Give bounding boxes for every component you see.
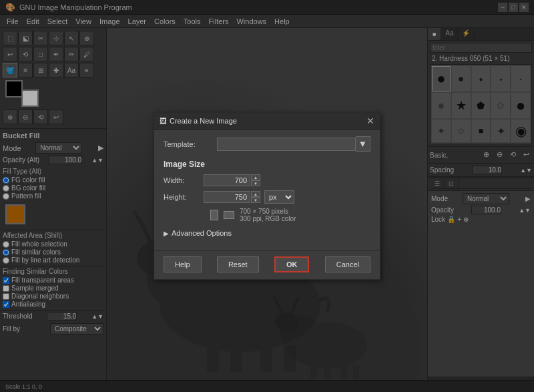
- landscape-orientation-icon[interactable]: [224, 211, 234, 219]
- dialog-close-button[interactable]: ✕: [366, 116, 374, 126]
- dialog-overlay: 🖼 Create a New Image ✕ Template: ▼ Image…: [0, 0, 534, 392]
- resolution-line1: 700 × 750 pixels: [240, 208, 296, 215]
- advanced-options-toggle[interactable]: ▶ Advanced Options: [164, 229, 370, 237]
- resolution-details: 700 × 750 pixels 300 ppi, RGB color: [240, 208, 296, 222]
- height-up-arrow[interactable]: ▲: [251, 191, 260, 197]
- create-new-image-dialog: 🖼 Create a New Image ✕ Template: ▼ Image…: [154, 112, 380, 280]
- reset-button[interactable]: Reset: [217, 256, 259, 272]
- image-size-title: Image Size: [164, 160, 370, 169]
- advanced-options-label: Advanced Options: [172, 229, 232, 237]
- dialog-icon: 🖼: [160, 117, 167, 125]
- height-spinners: ▲ ▼: [251, 191, 260, 203]
- help-button[interactable]: Help: [164, 256, 202, 272]
- dialog-titlebar: 🖼 Create a New Image ✕: [154, 113, 380, 130]
- template-dropdown-button[interactable]: ▼: [356, 136, 370, 152]
- resolution-line2: 300 ppi, RGB color: [240, 215, 296, 222]
- dialog-title-text: Create a New Image: [170, 117, 237, 125]
- template-label: Template:: [164, 140, 217, 148]
- width-row: Width: ▲ ▼: [164, 174, 370, 186]
- width-spinners: ▲ ▼: [251, 174, 260, 186]
- unit-select[interactable]: px mm in: [264, 190, 294, 204]
- height-input[interactable]: [204, 191, 250, 203]
- height-row: Height: ▲ ▼ px mm in: [164, 190, 370, 204]
- dialog-body: Template: ▼ Image Size Width: ▲ ▼ Height…: [154, 130, 380, 250]
- width-input[interactable]: [204, 174, 250, 186]
- width-down-arrow[interactable]: ▼: [251, 180, 260, 186]
- width-up-arrow[interactable]: ▲: [251, 174, 260, 180]
- width-label: Width:: [164, 176, 204, 184]
- portrait-orientation-icon[interactable]: [210, 210, 218, 220]
- dialog-buttons: Help Reset OK Cancel: [154, 250, 380, 279]
- height-label: Height:: [164, 193, 204, 201]
- template-input[interactable]: [217, 138, 356, 151]
- resolution-info: 700 × 750 pixels 300 ppi, RGB color: [210, 208, 370, 222]
- dialog-title-content: 🖼 Create a New Image: [160, 117, 237, 125]
- ok-button[interactable]: OK: [274, 256, 310, 272]
- height-down-arrow[interactable]: ▼: [251, 197, 260, 203]
- template-row: Template: ▼: [164, 136, 370, 152]
- cancel-button[interactable]: Cancel: [325, 256, 370, 272]
- advanced-arrow-icon: ▶: [164, 230, 169, 237]
